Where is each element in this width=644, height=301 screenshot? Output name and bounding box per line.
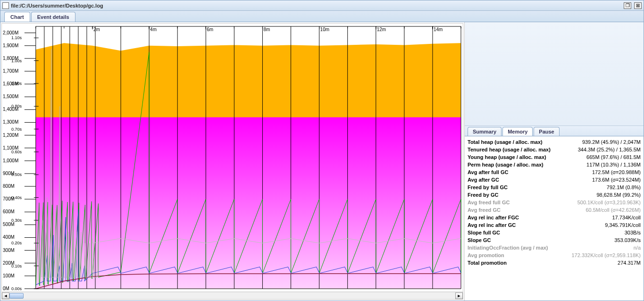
stat-value: 172.332K/coll (σ=2,959.118K) <box>571 252 641 258</box>
stat-label: Slope GC <box>468 237 491 243</box>
stat-row: Young heap (usage / alloc. max)665M (97.… <box>468 153 641 161</box>
svg-text:300M: 300M <box>3 248 15 253</box>
close-button[interactable]: ⊠ <box>634 2 642 9</box>
stat-row: Avg rel inc after GC9,345.791K/coll <box>468 221 641 229</box>
titlebar[interactable]: file:/C:/Users/summer/Desktop/gc.log ❐ ⊠ <box>0 0 644 11</box>
stat-row: InitiatingOccFraction (avg / max)n/a <box>468 244 641 251</box>
tab-summary[interactable]: Summary <box>468 127 502 136</box>
stat-value: 60.5M/coll (σ=42.626M) <box>585 207 641 213</box>
stat-row: Slope full GC303B/s <box>468 229 641 236</box>
tab-memory[interactable]: Memory <box>502 127 533 136</box>
stat-label: Perm heap (usage / alloc. max) <box>468 162 544 167</box>
stat-row: Avg after GC173.6M (σ=23.524M) <box>468 176 641 184</box>
content: 0M100M200M300M400M500M600M700M800M900M1,… <box>0 22 644 301</box>
stat-row: Avg freed GC60.5M/coll (σ=42.626M) <box>468 206 641 214</box>
stat-label: Avg freed GC <box>468 207 501 213</box>
stat-label: InitiatingOccFraction (avg / max) <box>468 245 548 251</box>
stat-row: Freed by full GC792.1M (0.8%) <box>468 184 641 191</box>
window: file:/C:/Users/summer/Desktop/gc.log ❐ ⊠… <box>0 0 644 301</box>
stat-row: Perm heap (usage / alloc. max)117M (10.3… <box>468 161 641 168</box>
svg-text:1.10s: 1.10s <box>11 35 22 40</box>
stat-value: 303B/s <box>625 230 641 235</box>
stat-value: 665M (97.6%) / 681.5M <box>586 154 641 160</box>
stat-value: n/a <box>634 245 641 251</box>
svg-text:600M: 600M <box>3 209 15 214</box>
window-title: file:/C:/Users/summer/Desktop/gc.log <box>11 3 624 8</box>
svg-text:1,900M: 1,900M <box>3 43 18 48</box>
svg-text:0.90s: 0.90s <box>11 81 22 86</box>
stat-label: Total heap (usage / alloc. max) <box>468 139 543 145</box>
stat-value: 172.5M (σ=20.988M) <box>592 169 641 175</box>
stat-row: Total promotion274.317M <box>468 259 641 267</box>
svg-text:0.30s: 0.30s <box>11 218 22 223</box>
svg-text:10m: 10m <box>320 27 329 32</box>
svg-text:4m: 4m <box>150 27 157 32</box>
main-tabs: Chart Event details <box>0 11 644 22</box>
side-tabs: Summary Memory Pause <box>465 126 644 136</box>
svg-text:0.60s: 0.60s <box>11 150 22 154</box>
stat-label: Avg freed full GC <box>468 200 510 205</box>
scroll-thumb[interactable] <box>9 293 24 299</box>
svg-text:8m: 8m <box>263 27 270 32</box>
stat-label: Avg rel inc after FGC <box>468 215 519 220</box>
right-panel-header-space <box>465 22 644 126</box>
stat-value: 173.6M (σ=23.524M) <box>592 177 641 183</box>
stat-label: Slope full GC <box>468 230 500 235</box>
restore-button[interactable]: ❐ <box>624 2 631 9</box>
svg-text:400M: 400M <box>3 234 15 240</box>
stat-label: Young heap (usage / alloc. max) <box>468 154 546 160</box>
horizontal-scrollbar[interactable]: ◄ ► <box>2 292 463 299</box>
svg-text:14m: 14m <box>434 27 443 32</box>
svg-text:1,200M: 1,200M <box>3 133 18 138</box>
tab-chart[interactable]: Chart <box>4 12 30 22</box>
stat-value: 500.1K/coll (σ=3,210.963K) <box>577 200 641 205</box>
stat-value: 344.3M (25.2%) / 1,365.5M <box>578 147 641 152</box>
gc-chart[interactable]: 0M100M200M300M400M500M600M700M800M900M1,… <box>2 24 463 292</box>
tab-pause[interactable]: Pause <box>534 127 559 136</box>
chart-body[interactable]: 0M100M200M300M400M500M600M700M800M900M1,… <box>2 24 463 292</box>
tab-event-details[interactable]: Event details <box>31 12 75 22</box>
stat-row: Avg after full GC172.5M (σ=20.988M) <box>468 168 641 176</box>
stat-value: 17.734K/coll <box>612 215 641 220</box>
svg-text:12m: 12m <box>377 27 386 32</box>
svg-text:2m: 2m <box>93 27 100 32</box>
stat-row: Avg freed full GC500.1K/coll (σ=3,210.96… <box>468 199 641 206</box>
svg-text:0.10s: 0.10s <box>11 264 22 268</box>
window-icon <box>2 2 9 9</box>
stat-value: 353.039K/s <box>614 237 641 243</box>
stat-label: Freed by full GC <box>468 184 508 190</box>
svg-text:0.70s: 0.70s <box>11 127 22 132</box>
memory-stats: Total heap (usage / alloc. max)939.2M (4… <box>465 136 644 301</box>
stat-row: Avg rel inc after FGC17.734K/coll <box>468 214 641 221</box>
window-controls: ❐ ⊠ <box>624 2 642 9</box>
stat-row: Tenured heap (usage / alloc. max)344.3M … <box>468 146 641 153</box>
stat-label: Tenured heap (usage / alloc. max) <box>468 147 551 152</box>
svg-text:1,300M: 1,300M <box>3 119 18 125</box>
stat-value: 939.2M (45.9%) / 2,047M <box>582 139 641 145</box>
scroll-track[interactable] <box>9 293 455 299</box>
svg-rect-1 <box>36 117 461 289</box>
stat-row: Total heap (usage / alloc. max)939.2M (4… <box>468 138 641 146</box>
scroll-right-button[interactable]: ► <box>455 293 463 299</box>
svg-text:0M: 0M <box>3 286 9 291</box>
stat-value: 274.317M <box>618 260 641 266</box>
stat-label: Avg after full GC <box>468 169 508 175</box>
scroll-left-button[interactable]: ◄ <box>2 293 9 299</box>
stat-row: Avg promotion172.332K/coll (σ=2,959.118K… <box>468 251 641 259</box>
stat-row: Slope GC353.039K/s <box>468 236 641 244</box>
svg-text:0.20s: 0.20s <box>11 241 22 245</box>
stat-value: 98,628.5M (99.2%) <box>596 192 641 198</box>
svg-text:0.00s: 0.00s <box>11 286 22 291</box>
svg-text:6m: 6m <box>207 27 213 32</box>
stat-value: 9,345.791K/coll <box>605 222 641 228</box>
stat-value: 117M (10.3%) / 1,136M <box>586 162 641 167</box>
stat-label: Avg after GC <box>468 177 499 183</box>
svg-text:2,000M: 2,000M <box>3 30 18 35</box>
stat-label: Avg rel inc after GC <box>468 222 516 228</box>
stat-label: Total promotion <box>468 260 507 266</box>
svg-text:1,000M: 1,000M <box>3 158 18 163</box>
svg-text:0.40s: 0.40s <box>11 195 22 200</box>
stat-label: Freed by GC <box>468 192 498 198</box>
svg-text:1,500M: 1,500M <box>3 94 18 99</box>
svg-text:1.00s: 1.00s <box>11 59 22 63</box>
